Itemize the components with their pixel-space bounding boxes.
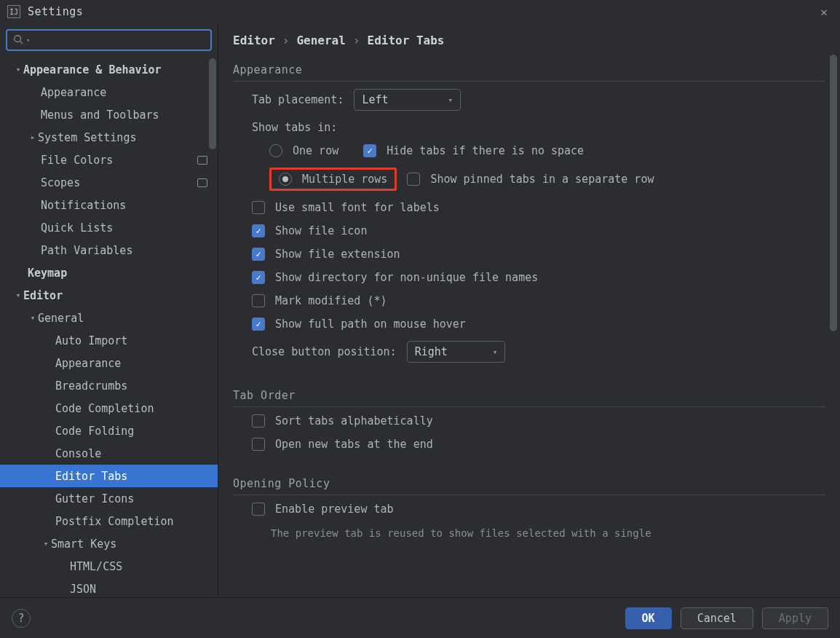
tree-console[interactable]: Console — [0, 442, 218, 465]
search-field[interactable] — [34, 34, 205, 46]
breadcrumb-editor-tabs[interactable]: Editor Tabs — [368, 34, 445, 47]
use-small-font-label: Use small font for labels — [275, 201, 440, 214]
search-icon — [13, 34, 23, 47]
tree-auto-import[interactable]: Auto Import — [0, 329, 218, 352]
close-icon[interactable]: ✕ — [815, 5, 833, 19]
tree-postfix-completion[interactable]: Postfix Completion — [0, 510, 218, 532]
checkbox-show-dir-nonunique[interactable] — [252, 271, 265, 284]
checkbox-use-small-font[interactable] — [252, 201, 265, 214]
chevron-down-icon: ▾ — [26, 36, 30, 44]
close-btn-pos-select[interactable]: Right ▾ — [407, 341, 506, 363]
checkbox-show-full-path[interactable] — [252, 318, 265, 331]
row-show-tabs-in: Show tabs in: — [252, 121, 825, 134]
mark-modified-label: Mark modified (*) — [275, 294, 387, 307]
breadcrumb-editor[interactable]: Editor — [233, 34, 275, 47]
row-use-small-font: Use small font for labels — [252, 201, 825, 214]
tree-system-settings[interactable]: ▸System Settings — [0, 126, 218, 149]
svg-line-1 — [20, 41, 23, 44]
ok-button[interactable]: OK — [625, 607, 672, 629]
project-badge-icon — [197, 178, 207, 187]
radio-one-row[interactable] — [269, 144, 282, 157]
settings-tree[interactable]: ▾Appearance & Behavior Appearance Menus … — [0, 54, 218, 597]
tree-breadcrumbs[interactable]: Breadcrumbs — [0, 374, 218, 397]
dialog-footer: ? OK Cancel Apply — [0, 597, 840, 638]
show-full-path-label: Show full path on mouse hover — [275, 318, 466, 331]
section-tab-order-header: Tab Order — [233, 386, 825, 407]
tree-smart-keys[interactable]: ▾Smart Keys — [0, 532, 218, 555]
section-opening-policy-header: Opening Policy — [233, 474, 825, 495]
close-btn-pos-label: Close button position: — [252, 345, 397, 358]
tab-placement-label: Tab placement: — [252, 93, 344, 106]
sidebar: ▾ ▾Appearance & Behavior Appearance Menu… — [0, 23, 218, 597]
tree-notifications[interactable]: Notifications — [0, 194, 218, 216]
settings-window: IJ Settings ✕ ▾ ▾Appearance & Behavior A… — [0, 0, 840, 638]
breadcrumb-sep: › — [282, 34, 290, 47]
tree-editor[interactable]: ▾Editor — [0, 284, 218, 307]
multiple-rows-label: Multiple rows — [302, 173, 387, 186]
breadcrumb: Editor › General › Editor Tabs — [218, 23, 840, 55]
row-show-file-icon: Show file icon — [252, 224, 825, 237]
radio-multiple-rows[interactable] — [279, 173, 292, 186]
checkbox-show-file-icon[interactable] — [252, 224, 265, 237]
tree-menus-toolbars[interactable]: Menus and Toolbars — [0, 103, 218, 126]
tree-general[interactable]: ▾General — [0, 307, 218, 329]
tab-placement-select[interactable]: Left ▾ — [354, 89, 461, 111]
tree-scopes[interactable]: Scopes — [0, 171, 218, 194]
show-pinned-separate-label: Show pinned tabs in a separate row — [430, 173, 654, 186]
app-icon: IJ — [7, 5, 20, 18]
tree-code-completion[interactable]: Code Completion — [0, 397, 218, 420]
tree-appearance[interactable]: Appearance — [0, 81, 218, 103]
checkbox-sort-alpha[interactable] — [252, 414, 265, 428]
one-row-label: One row — [293, 144, 338, 157]
help-button[interactable]: ? — [12, 609, 31, 628]
tree-general-appearance[interactable]: Appearance — [0, 352, 218, 374]
row-open-at-end: Open new tabs at the end — [252, 438, 825, 451]
chevron-down-icon: ▾ — [41, 539, 51, 548]
row-one-row: One row Hide tabs if there is no space — [252, 144, 825, 157]
checkbox-hide-if-no-space[interactable] — [363, 144, 376, 157]
row-mark-modified: Mark modified (*) — [252, 294, 825, 307]
breadcrumb-sep: › — [353, 34, 360, 47]
sidebar-scrollbar[interactable] — [209, 58, 216, 149]
tree-editor-tabs[interactable]: Editor Tabs — [0, 465, 218, 487]
show-dir-nonunique-label: Show directory for non-unique file names — [275, 271, 538, 284]
row-show-file-ext: Show file extension — [252, 248, 825, 261]
breadcrumb-general[interactable]: General — [296, 34, 345, 47]
checkbox-show-pinned-separate[interactable] — [407, 173, 420, 186]
row-tab-placement: Tab placement: Left ▾ — [252, 89, 825, 111]
tree-path-variables[interactable]: Path Variables — [0, 239, 218, 261]
chevron-down-icon: ▾ — [13, 291, 23, 300]
main-panel: Editor › General › Editor Tabs Appearanc… — [218, 23, 840, 597]
tree-file-colors[interactable]: File Colors — [0, 149, 218, 171]
row-show-full-path: Show full path on mouse hover — [252, 318, 825, 331]
tree-gutter-icons[interactable]: Gutter Icons — [0, 487, 218, 510]
tree-quick-lists[interactable]: Quick Lists — [0, 216, 218, 239]
row-sort-alpha: Sort tabs alphabetically — [252, 414, 825, 428]
row-enable-preview: Enable preview tab — [252, 503, 825, 516]
checkbox-open-at-end[interactable] — [252, 438, 265, 451]
svg-point-0 — [15, 35, 21, 42]
show-file-ext-label: Show file extension — [275, 248, 400, 261]
tab-placement-value: Left — [362, 93, 388, 106]
hide-if-no-space-label: Hide tabs if there is no space — [387, 144, 584, 157]
window-title: Settings — [28, 5, 83, 18]
tree-json[interactable]: JSON — [0, 578, 218, 597]
content-scrollbar[interactable] — [830, 55, 837, 331]
show-tabs-in-label: Show tabs in: — [252, 121, 337, 134]
tree-appearance-behavior[interactable]: ▾Appearance & Behavior — [0, 58, 218, 81]
tree-keymap[interactable]: Keymap — [0, 261, 218, 284]
chevron-down-icon: ▾ — [493, 347, 498, 357]
search-input[interactable]: ▾ — [6, 29, 212, 51]
tree-html-css[interactable]: HTML/CSS — [0, 555, 218, 578]
row-multiple-rows: Multiple rows Show pinned tabs in a sepa… — [252, 168, 825, 191]
checkbox-show-file-ext[interactable] — [252, 248, 265, 261]
titlebar: IJ Settings ✕ — [0, 0, 840, 23]
apply-button[interactable]: Apply — [762, 607, 828, 629]
cancel-button[interactable]: Cancel — [681, 607, 753, 629]
content-scroll[interactable]: Appearance Tab placement: Left ▾ Show ta… — [218, 55, 840, 597]
checkbox-enable-preview[interactable] — [252, 503, 265, 516]
checkbox-mark-modified[interactable] — [252, 294, 265, 307]
close-btn-pos-value: Right — [415, 345, 448, 358]
tree-code-folding[interactable]: Code Folding — [0, 420, 218, 442]
chevron-down-icon: ▾ — [28, 313, 38, 323]
